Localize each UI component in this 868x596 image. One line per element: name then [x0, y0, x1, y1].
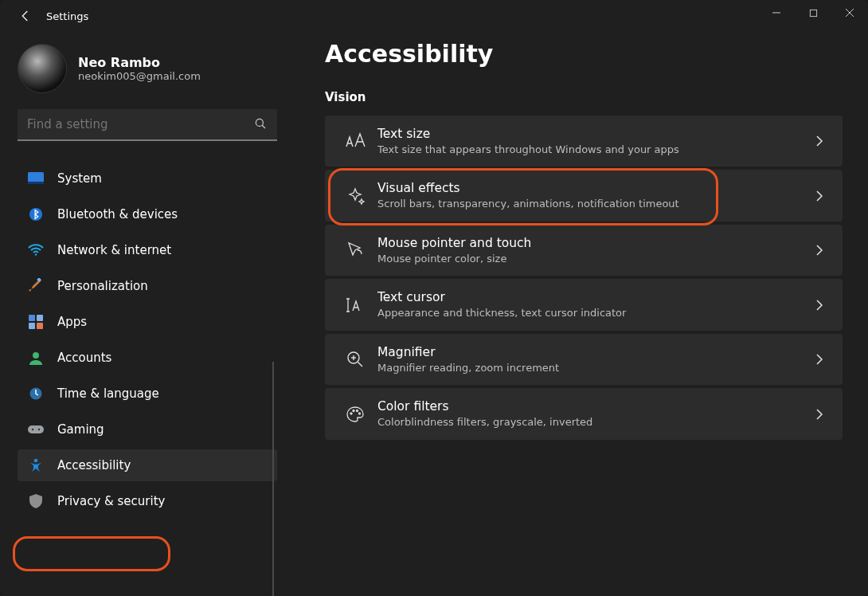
- card-text-size[interactable]: Text size Text size that appears through…: [325, 116, 843, 167]
- nav-label: Accounts: [57, 351, 111, 365]
- sparkle-icon: [339, 186, 371, 206]
- sidebar-item-personalization[interactable]: Personalization: [18, 270, 277, 302]
- card-sub: Colorblindness filters, grayscale, inver…: [377, 415, 811, 429]
- svg-rect-13: [29, 323, 35, 329]
- bluetooth-icon: [27, 207, 45, 222]
- sidebar-item-gaming[interactable]: Gaming: [18, 414, 277, 445]
- settings-window: Settings Neo Rambo neokim005@gmail.com: [0, 0, 868, 596]
- card-text-cursor[interactable]: Text cursor Appearance and thickness, te…: [325, 279, 843, 330]
- profile-email: neokim005@gmail.com: [78, 70, 201, 82]
- search-icon: [253, 116, 268, 131]
- nav-label: System: [57, 171, 102, 186]
- shield-icon: [27, 494, 45, 508]
- chevron-right-icon: [811, 135, 828, 147]
- sidebar-item-apps[interactable]: Apps: [18, 306, 277, 338]
- card-magnifier[interactable]: Magnifier Magnifier reading, zoom increm…: [325, 334, 843, 385]
- svg-point-19: [38, 429, 40, 430]
- search-input[interactable]: [18, 109, 277, 141]
- back-button[interactable]: [16, 6, 35, 25]
- chevron-right-icon: [811, 299, 828, 312]
- window-controls: [758, 0, 868, 25]
- svg-point-4: [256, 119, 263, 126]
- svg-point-29: [357, 410, 358, 411]
- nav-label: Apps: [57, 315, 87, 329]
- card-color-filters[interactable]: Color filters Colorblindness filters, gr…: [325, 388, 843, 439]
- sidebar-item-privacy[interactable]: Privacy & security: [18, 485, 277, 517]
- sidebar: Neo Rambo neokim005@gmail.com © QuanTriM…: [0, 32, 287, 596]
- chevron-right-icon: [811, 244, 828, 257]
- paintbrush-icon: [27, 278, 45, 294]
- svg-line-5: [262, 125, 265, 128]
- svg-point-15: [33, 352, 39, 359]
- chevron-right-icon: [811, 408, 828, 421]
- svg-rect-6: [28, 172, 44, 183]
- chevron-right-icon: [811, 353, 828, 366]
- nav-label: Network & internet: [57, 243, 171, 257]
- svg-rect-12: [37, 315, 43, 321]
- text-size-icon: [339, 132, 371, 150]
- wifi-icon: [27, 244, 45, 257]
- nav-label: Time & language: [57, 386, 159, 401]
- back-arrow-icon: [18, 9, 33, 23]
- card-sub: Scroll bars, transparency, animations, n…: [377, 197, 811, 211]
- minimize-button[interactable]: [758, 0, 795, 25]
- sidebar-item-time-language[interactable]: Time & language: [18, 378, 277, 410]
- svg-point-30: [359, 413, 361, 414]
- sidebar-item-accounts[interactable]: Accounts: [18, 342, 277, 374]
- app-title: Settings: [46, 10, 88, 22]
- sidebar-item-bluetooth[interactable]: Bluetooth & devices: [18, 198, 277, 230]
- profile-block[interactable]: Neo Rambo neokim005@gmail.com: [18, 44, 277, 93]
- close-icon: [845, 8, 854, 18]
- sidebar-item-system[interactable]: System: [18, 163, 277, 194]
- svg-rect-14: [37, 323, 43, 329]
- sidebar-item-network[interactable]: Network & internet: [18, 234, 277, 266]
- svg-point-27: [350, 413, 352, 414]
- search-box: [18, 109, 277, 141]
- profile-name: Neo Rambo: [78, 55, 201, 70]
- card-title: Visual effects: [377, 180, 811, 197]
- svg-rect-7: [28, 182, 44, 184]
- svg-point-21: [34, 459, 38, 463]
- system-icon: [27, 172, 45, 185]
- avatar: [18, 44, 67, 93]
- nav-label: Accessibility: [57, 458, 131, 472]
- svg-rect-1: [810, 10, 816, 16]
- sidebar-item-accessibility[interactable]: Accessibility: [18, 449, 277, 481]
- apps-icon: [27, 315, 45, 329]
- content-pane: Accessibility Vision Text size Text size…: [287, 32, 868, 596]
- scrollbar[interactable]: [272, 362, 274, 596]
- accessibility-icon: [27, 457, 45, 473]
- maximize-button[interactable]: [795, 0, 831, 25]
- minimize-icon: [772, 8, 781, 18]
- card-title: Color filters: [377, 398, 811, 415]
- titlebar: Settings: [0, 0, 868, 32]
- close-button[interactable]: [831, 0, 868, 25]
- cursor-icon: [339, 241, 371, 260]
- section-vision-label: Vision: [325, 90, 843, 104]
- nav-label: Personalization: [57, 279, 148, 293]
- card-mouse-pointer[interactable]: Mouse pointer and touch Mouse pointer co…: [325, 225, 843, 276]
- nav-list: System Bluetooth & devices Network & int…: [18, 159, 277, 596]
- gamepad-icon: [27, 424, 45, 435]
- card-sub: Magnifier reading, zoom increment: [377, 361, 811, 375]
- clock-globe-icon: [27, 386, 45, 401]
- card-title: Text cursor: [377, 289, 811, 306]
- person-icon: [27, 351, 45, 365]
- palette-icon: [339, 406, 371, 423]
- card-sub: Appearance and thickness, text cursor in…: [377, 306, 811, 320]
- magnifier-plus-icon: [339, 351, 371, 368]
- card-sub: Text size that appears throughout Window…: [377, 143, 811, 157]
- svg-point-9: [35, 253, 37, 255]
- nav-label: Privacy & security: [57, 494, 165, 508]
- svg-rect-17: [28, 425, 44, 433]
- card-visual-effects[interactable]: Visual effects Scroll bars, transparency…: [325, 170, 843, 221]
- maximize-icon: [809, 9, 818, 18]
- text-cursor-icon: [339, 296, 371, 314]
- svg-point-28: [353, 410, 354, 411]
- nav-label: Gaming: [57, 422, 104, 437]
- svg-point-18: [32, 429, 33, 430]
- chevron-right-icon: [811, 190, 828, 202]
- svg-line-24: [358, 363, 363, 367]
- card-title: Magnifier: [377, 344, 811, 361]
- page-title: Accessibility: [325, 40, 843, 68]
